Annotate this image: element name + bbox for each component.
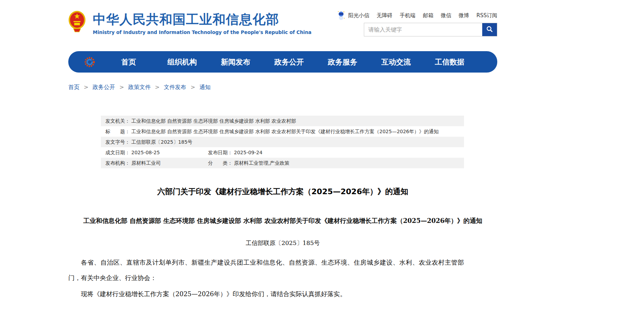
utility-link-wechat[interactable]: 微信: [441, 12, 451, 19]
meta-value: 工业和信息化部 自然资源部 生态环境部 住房城乡建设部 水利部 农业农村部: [131, 116, 296, 126]
utility-link-mail[interactable]: 邮箱: [423, 12, 434, 19]
search-box: [364, 23, 497, 36]
meta-label: 发布日期：: [208, 147, 233, 158]
main-nav: 首页 组织机构 新闻发布 政务公开 政务服务 互动交流 工信数据: [68, 51, 497, 73]
breadcrumb-notice[interactable]: 通知: [199, 84, 210, 90]
meta-value: 工业和信息化部 自然资源部 生态环境部 住房城乡建设部 水利部 农业农村部关于印…: [131, 126, 439, 137]
nav-item-gov-services[interactable]: 政务服务: [316, 57, 369, 67]
meta-pair: 发布机构： 原材料工业司: [105, 158, 208, 168]
site-title: 中华人民共和国工业和信息化部: [93, 11, 311, 28]
breadcrumb-separator: >: [119, 84, 124, 90]
breadcrumb: 首页 > 政务公开 > 政策文件 > 文件发布 > 通知: [68, 84, 644, 91]
breadcrumb-separator: >: [155, 84, 159, 90]
breadcrumb-policy-docs[interactable]: 政策文件: [128, 84, 151, 90]
meta-value: 原材料工业管理,产业政策: [234, 158, 289, 168]
meta-label: 发文机关：: [105, 116, 130, 126]
meta-row-dates: 成文日期： 2025-08-25 发布日期： 2025-09-24: [101, 147, 464, 158]
meta-pair: 成文日期： 2025-08-25: [105, 147, 208, 158]
article-title: 六部门关于印发《建材行业稳增长工作方案（2025—2026年）》的通知: [68, 186, 497, 197]
meta-row-publisher: 发布机构： 原材料工业司 分 类： 原材料工业管理,产业政策: [101, 158, 464, 168]
meta-row-doc-number: 发文字号： 工信部联原〔2025〕185号: [101, 137, 464, 147]
article-subtitle: 工业和信息化部 自然资源部 生态环境部 住房城乡建设部 水利部 农业农村部关于印…: [68, 217, 497, 225]
nav-item-home[interactable]: 首页: [102, 57, 155, 67]
article-paragraph: 现将《建材行业稳增长工作方案（2025—2026年）》印发给你们，请结合实际认真…: [68, 286, 464, 302]
meta-value: 工信部联原〔2025〕185号: [131, 137, 192, 147]
breadcrumb-home[interactable]: 首页: [68, 84, 79, 90]
utility-link-sunshine[interactable]: 阳光小信: [348, 12, 369, 19]
page: 中华人民共和国工业和信息化部 Ministry of Industry and …: [0, 0, 644, 302]
site-header: 中华人民共和国工业和信息化部 Ministry of Industry and …: [68, 0, 497, 48]
meta-row-issuing-agency: 发文机关： 工业和信息化部 自然资源部 生态环境部 住房城乡建设部 水利部 农业…: [101, 116, 464, 126]
article-doc-number: 工信部联原〔2025〕185号: [68, 239, 497, 247]
utility-link-rss[interactable]: RSS订阅: [477, 12, 497, 19]
nav-item-gov-disclosure[interactable]: 政务公开: [262, 57, 316, 67]
site-title-block: 中华人民共和国工业和信息化部 Ministry of Industry and …: [93, 11, 311, 35]
meta-value: 原材料工业司: [131, 158, 161, 168]
document-meta-table: 发文机关： 工业和信息化部 自然资源部 生态环境部 住房城乡建设部 水利部 农业…: [101, 116, 464, 168]
meta-label: 标 题：: [105, 126, 130, 137]
mascot-icon: [337, 11, 345, 20]
meta-label: 成文日期：: [105, 147, 130, 158]
nav-item-data[interactable]: 工信数据: [423, 57, 476, 67]
search-button[interactable]: [482, 23, 497, 36]
utility-link-accessibility[interactable]: 无障碍: [377, 12, 393, 19]
nav-item-news[interactable]: 新闻发布: [209, 57, 262, 67]
breadcrumb-separator: >: [191, 84, 195, 90]
utility-link-mobile[interactable]: 手机端: [400, 12, 416, 19]
meta-label: 发布机构：: [105, 158, 130, 168]
article-body: 各省、自治区、直辖市及计划单列市、新疆生产建设兵团工业和信息化、自然资源、生态环…: [68, 255, 497, 302]
meta-label: 发文字号：: [105, 137, 130, 147]
site-title-english: Ministry of Industry and Information Tec…: [93, 29, 311, 35]
article-paragraph: 各省、自治区、直辖市及计划单列市、新疆生产建设兵团工业和信息化、自然资源、生态环…: [68, 255, 464, 286]
breadcrumb-separator: >: [84, 84, 88, 90]
meta-value: 2025-08-25: [131, 147, 160, 158]
site-brand: 中华人民共和国工业和信息化部 Ministry of Industry and …: [68, 11, 311, 35]
meta-row-title: 标 题： 工业和信息化部 自然资源部 生态环境部 住房城乡建设部 水利部 农业农…: [101, 126, 464, 137]
search-input[interactable]: [364, 23, 482, 36]
utility-link-weibo[interactable]: 微博: [459, 12, 469, 19]
article-container: 发文机关： 工业和信息化部 自然资源部 生态环境部 住房城乡建设部 水利部 农业…: [68, 116, 497, 302]
meta-label: 分 类：: [208, 158, 233, 168]
search-icon: [486, 26, 493, 34]
national-emblem-icon: [68, 11, 86, 34]
breadcrumb-gov-disclosure[interactable]: 政务公开: [93, 84, 115, 90]
miit-gear-logo-icon: [84, 56, 96, 68]
meta-value: 2025-09-24: [234, 147, 262, 158]
breadcrumb-doc-release[interactable]: 文件发布: [164, 84, 186, 90]
utility-links: 阳光小信 无障碍 手机端 邮箱 微信 微博 RSS订阅: [337, 11, 497, 20]
nav-item-organization[interactable]: 组织机构: [155, 57, 209, 67]
nav-item-interaction[interactable]: 互动交流: [369, 57, 423, 67]
